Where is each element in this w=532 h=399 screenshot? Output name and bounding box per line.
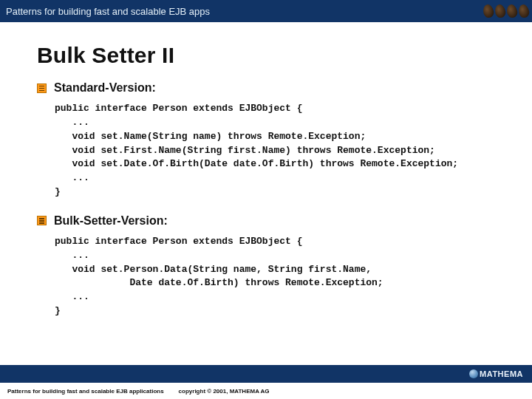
footer-white-stripe: Patterns for building fast and scalable …	[0, 383, 532, 399]
bean-icon	[505, 4, 518, 19]
header-gap	[0, 22, 532, 37]
bullet-icon	[37, 83, 47, 93]
slide-title: Bulk Setter II	[37, 43, 522, 68]
section-heading-row: Bulk-Setter-Version:	[37, 214, 522, 228]
bean-icon	[494, 4, 506, 19]
footer-copyright: copyright © 2001, MATHEMA AG	[179, 388, 270, 395]
section-heading: Standard-Version:	[54, 81, 156, 95]
left-rail	[0, 37, 33, 362]
footer-blue-stripe: MATHEMA	[0, 365, 532, 383]
header-bar: Patterns for building fast and scalable …	[0, 0, 532, 22]
header-decoration	[443, 0, 532, 22]
bullet-icon	[37, 216, 47, 225]
bean-icon	[482, 4, 494, 19]
section-heading-row: Standard-Version:	[37, 81, 522, 95]
section-heading: Bulk-Setter-Version:	[54, 214, 168, 228]
code-block-bulk: public interface Person extends EJBObjec…	[55, 235, 522, 318]
logo-text: MATHEMA	[480, 369, 523, 378]
code-block-standard: public interface Person extends EJBObjec…	[55, 102, 522, 200]
globe-icon	[469, 369, 478, 378]
main-content: Bulk Setter II Standard-Version: public …	[37, 43, 522, 333]
slide: Patterns for building fast and scalable …	[0, 0, 532, 399]
logo: MATHEMA	[469, 369, 523, 378]
footer: MATHEMA Patterns for building fast and s…	[0, 365, 532, 399]
footer-left-text: Patterns for building fast and scalable …	[7, 388, 164, 395]
bean-icon	[517, 4, 530, 19]
header-title: Patterns for building fast and scalable …	[6, 6, 210, 17]
